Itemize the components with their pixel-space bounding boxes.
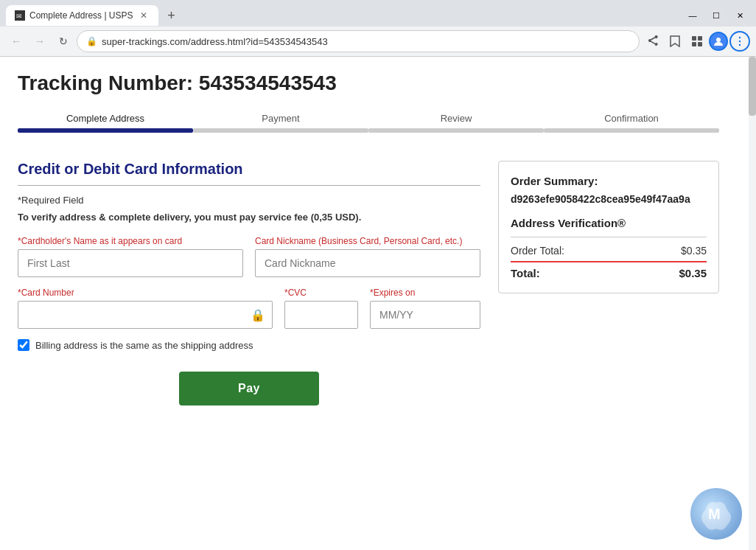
stepper: Complete Address Payment Review Confirma…: [18, 113, 719, 139]
stepper-confirmation[interactable]: Confirmation: [544, 113, 719, 139]
stepper-payment[interactable]: Payment: [193, 113, 368, 139]
svg-point-9: [739, 44, 741, 46]
card-number-row: *Card Number 🔒 *CVC *Expires on: [18, 288, 480, 329]
order-divider: [511, 237, 707, 237]
forward-button[interactable]: →: [29, 31, 50, 52]
svg-point-6: [716, 38, 721, 42]
card-nickname-input[interactable]: [255, 249, 480, 277]
cardholder-row: *Cardholder's Name as it appears on card…: [18, 236, 480, 277]
svg-text:✉: ✉: [16, 13, 22, 20]
expires-label: *Expires on: [370, 288, 480, 298]
form-divider: [18, 185, 480, 186]
minimize-button[interactable]: —: [682, 5, 703, 26]
tab-area: ✉ Complete Address | USPS ✕ +: [6, 5, 682, 26]
profile-icon[interactable]: [709, 32, 728, 51]
order-total-row: Order Total: $0.35: [511, 245, 707, 257]
card-nickname-field: Card Nickname (Business Card, Personal C…: [255, 236, 480, 277]
cardholder-input[interactable]: [18, 249, 243, 277]
stepper-bar-2: [193, 128, 368, 133]
close-button[interactable]: ✕: [729, 5, 750, 26]
cardholder-label: *Cardholder's Name as it appears on card: [18, 236, 243, 246]
cvc-field: *CVC: [284, 288, 358, 329]
scrollbar-thumb[interactable]: [749, 57, 756, 116]
order-total-divider: [511, 261, 707, 262]
order-total-label: Order Total:: [511, 245, 564, 257]
pay-button[interactable]: Pay: [179, 372, 319, 405]
billing-checkbox-row: Billing address is the same as the shipp…: [18, 339, 480, 351]
title-bar: ✉ Complete Address | USPS ✕ + — ☐ ✕: [0, 0, 756, 27]
svg-rect-4: [692, 42, 696, 46]
maximize-button[interactable]: ☐: [706, 5, 727, 26]
chrome-menu-icon[interactable]: [729, 31, 750, 52]
active-tab[interactable]: ✉ Complete Address | USPS ✕: [6, 5, 158, 26]
window-controls: — ☐ ✕: [682, 5, 750, 26]
card-number-label: *Card Number: [18, 288, 273, 298]
service-fee-text: To verify address & complete delivery, y…: [18, 212, 480, 223]
form-title: Credit or Debit Card Information: [18, 161, 480, 178]
extension-icon[interactable]: [687, 31, 707, 52]
total-value: $0.35: [679, 267, 707, 279]
page-wrapper: Tracking Number: 543534543543 Complete A…: [0, 57, 756, 550]
card-nickname-label: Card Nickname (Business Card, Personal C…: [255, 236, 480, 246]
card-lock-icon: 🔒: [251, 308, 265, 322]
tab-favicon: ✉: [15, 10, 25, 21]
billing-checkbox-label[interactable]: Billing address is the same as the shipp…: [35, 340, 253, 351]
total-label: Total:: [511, 267, 540, 279]
svg-text:M: M: [708, 506, 721, 522]
stepper-bar-4: [544, 128, 719, 133]
stepper-review[interactable]: Review: [368, 113, 544, 139]
order-total-value: $0.35: [681, 245, 707, 257]
billing-checkbox[interactable]: [18, 339, 29, 351]
svg-point-7: [739, 37, 741, 38]
form-section: Credit or Debit Card Information *Requir…: [18, 161, 480, 405]
expires-input[interactable]: [370, 301, 480, 329]
back-button[interactable]: ←: [6, 31, 27, 52]
lock-icon: 🔒: [86, 36, 97, 46]
cvc-label: *CVC: [284, 288, 358, 298]
stepper-bar-3: [368, 128, 544, 133]
address-bar-row: ← → ↻ 🔒 super-trackings.com/address.html…: [0, 27, 756, 56]
order-service-name: Address Verification®: [511, 217, 707, 229]
bookmark-icon[interactable]: [665, 31, 685, 52]
order-summary-title: Order Summary:: [511, 175, 707, 187]
tracking-heading: Tracking Number: 543534543543: [18, 72, 719, 95]
order-summary: Order Summary: d9263efe9058422c8cea95e49…: [498, 161, 719, 293]
order-id: d9263efe9058422c8cea95e49f47aa9a: [511, 193, 707, 205]
card-number-input[interactable]: [18, 301, 273, 329]
svg-rect-2: [692, 36, 696, 41]
pay-btn-container: Pay: [18, 372, 480, 405]
stepper-bar-1: [18, 128, 193, 133]
svg-point-8: [739, 41, 741, 42]
page-content: Tracking Number: 543534543543 Complete A…: [0, 57, 737, 420]
url-display: super-trackings.com/address.html?id=5435…: [102, 36, 630, 47]
cvc-input[interactable]: [284, 301, 358, 329]
tab-title: Complete Address | USPS: [29, 10, 133, 21]
expires-field: *Expires on: [370, 288, 480, 329]
new-tab-button[interactable]: +: [161, 5, 182, 26]
share-icon[interactable]: [643, 31, 663, 52]
card-number-field: *Card Number 🔒: [18, 288, 273, 329]
card-number-wrapper: 🔒: [18, 301, 273, 329]
scrollbar-track[interactable]: [749, 57, 756, 550]
malwarebytes-logo: M: [687, 484, 746, 543]
browser-chrome: ✉ Complete Address | USPS ✕ + — ☐ ✕ ← → …: [0, 0, 756, 57]
toolbar-icons: [643, 31, 750, 52]
tab-close-button[interactable]: ✕: [138, 10, 150, 21]
svg-rect-3: [698, 36, 702, 41]
stepper-complete-address[interactable]: Complete Address: [18, 113, 193, 139]
cardholder-field: *Cardholder's Name as it appears on card: [18, 236, 243, 277]
svg-rect-5: [698, 42, 702, 46]
main-layout: Credit or Debit Card Information *Requir…: [18, 161, 719, 405]
address-bar[interactable]: 🔒 super-trackings.com/address.html?id=54…: [77, 30, 640, 52]
reload-button[interactable]: ↻: [53, 31, 74, 52]
required-field-text: *Required Field: [18, 195, 480, 206]
order-final-row: Total: $0.35: [511, 267, 707, 279]
